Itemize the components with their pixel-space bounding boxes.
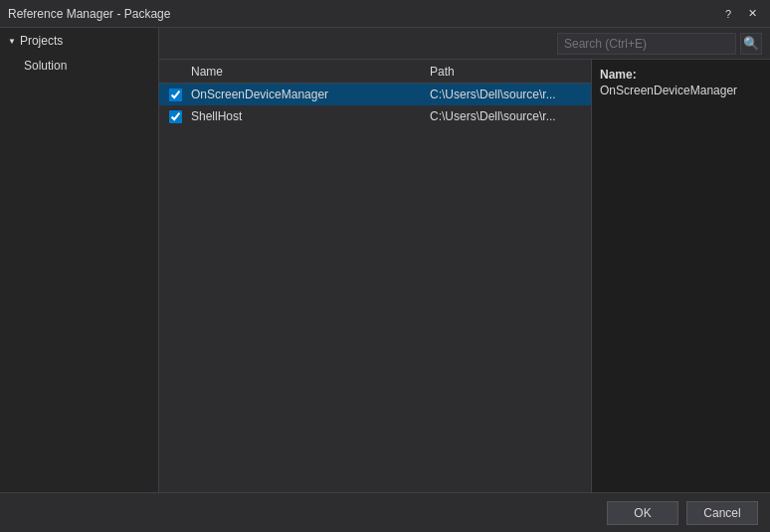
details-panel: Name: OnScreenDeviceManager [591, 60, 770, 492]
search-bar: 🔍 [159, 28, 770, 60]
col-name-header: Name [187, 65, 426, 79]
search-button[interactable]: 🔍 [740, 33, 762, 55]
close-button[interactable]: ✕ [742, 5, 762, 23]
details-name-value: OnScreenDeviceManager [600, 84, 762, 97]
table-body: OnScreenDeviceManager C:\Users\Dell\sour… [159, 84, 591, 492]
row-name-2: ShellHost [187, 109, 426, 123]
bottom-bar: OK Cancel [0, 492, 770, 532]
sidebar-item-solution[interactable]: Solution [0, 54, 158, 78]
sidebar-projects-label: Projects [20, 34, 63, 48]
title-bar-controls: ? ✕ [718, 5, 762, 23]
row-path-1: C:\Users\Dell\source\r... [426, 88, 587, 101]
main-container: ▼ Projects Solution 🔍 Name [0, 28, 770, 492]
title-bar: Reference Manager - Package ? ✕ [0, 0, 770, 28]
row-check-2[interactable] [163, 110, 187, 123]
col-path-header: Path [426, 65, 587, 79]
cancel-button[interactable]: Cancel [686, 501, 758, 525]
row-path-2: C:\Users\Dell\source\r... [426, 109, 587, 123]
search-input[interactable] [557, 33, 736, 55]
ok-button[interactable]: OK [607, 501, 678, 525]
title-text: Reference Manager - Package [8, 7, 170, 21]
table-row[interactable]: OnScreenDeviceManager C:\Users\Dell\sour… [159, 84, 591, 105]
checkbox-1[interactable] [169, 89, 182, 101]
row-check-1[interactable] [163, 89, 187, 101]
triangle-icon: ▼ [8, 37, 16, 46]
table-wrapper: Name Path OnScreenDeviceManager C:\Users… [159, 60, 591, 492]
sidebar-projects-header[interactable]: ▼ Projects [0, 28, 158, 54]
sidebar: ▼ Projects Solution [0, 28, 159, 492]
content-wrapper: 🔍 Name Path [159, 28, 770, 492]
table-row[interactable]: ShellHost C:\Users\Dell\source\r... [159, 105, 591, 127]
help-button[interactable]: ? [718, 5, 738, 23]
table-details-container: Name Path OnScreenDeviceManager C:\Users… [159, 60, 770, 492]
title-bar-left: Reference Manager - Package [8, 7, 170, 21]
row-name-1: OnScreenDeviceManager [187, 88, 426, 101]
details-name-label: Name: [600, 68, 762, 82]
table-header: Name Path [159, 60, 591, 84]
checkbox-2[interactable] [169, 110, 182, 123]
